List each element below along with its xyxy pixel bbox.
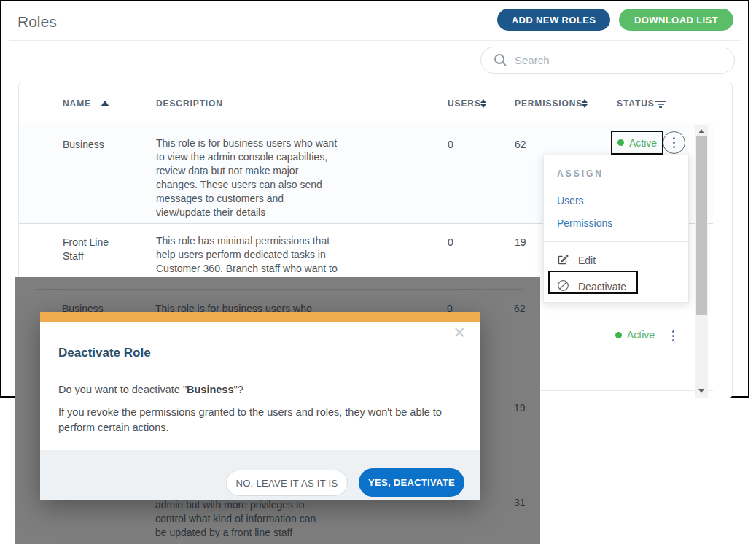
status-label: Active [629, 137, 657, 149]
menu-item-permissions[interactable]: Permissions [557, 217, 612, 229]
status-annotation-box: Active [611, 131, 663, 155]
dimmed-role-permissions: 62 [514, 302, 526, 316]
row-divider [36, 289, 523, 290]
role-users: 0 [448, 138, 453, 152]
column-header-status[interactable]: STATUS [617, 98, 655, 109]
status-label: Active [627, 329, 655, 341]
scroll-down-icon[interactable] [698, 389, 704, 393]
kebab-menu-button[interactable] [672, 330, 674, 341]
dimmed-role-permissions: 31 [514, 496, 526, 510]
deactivate-annotation-box [548, 271, 638, 294]
modal-body-text: If you revoke the permissions granted to… [58, 405, 472, 435]
role-permissions: 62 [515, 138, 526, 152]
role-name: Front Line Staff [63, 236, 132, 263]
search-input[interactable] [515, 47, 726, 73]
status-badge: Active [617, 137, 657, 149]
header-divider [9, 40, 741, 41]
modal-title: Deactivate Role [58, 346, 151, 360]
edit-icon [557, 253, 569, 268]
deactivate-role-modal: × Deactivate Role Do you want to deactiv… [40, 312, 480, 500]
close-icon[interactable]: × [453, 325, 465, 340]
filter-icon[interactable] [655, 101, 666, 108]
page-title: Roles [17, 13, 57, 31]
status-dot [615, 332, 622, 338]
scrollbar-thumb[interactable] [696, 136, 707, 315]
sort-icon[interactable] [480, 99, 486, 108]
menu-item-users[interactable]: Users [557, 195, 584, 206]
modal-footer: NO, LEAVE IT AS IT IS YES, DEACTIVATE [40, 450, 480, 500]
kebab-menu-button[interactable] [663, 131, 685, 154]
column-header-description: DESCRIPTION [156, 98, 223, 109]
menu-item-edit[interactable]: Edit [557, 253, 596, 268]
status-badge: Active [615, 329, 655, 341]
role-permissions: 19 [515, 236, 526, 249]
scroll-up-icon[interactable] [698, 129, 704, 133]
column-header-users[interactable]: USERS [448, 98, 481, 109]
role-users: 0 [448, 236, 453, 249]
dimmed-role-permissions: 19 [514, 401, 526, 415]
cancel-button[interactable]: NO, LEAVE IT AS IT IS [226, 470, 348, 496]
add-new-roles-button[interactable]: ADD NEW ROLES [497, 9, 610, 31]
column-header-permissions[interactable]: PERMISSIONS [515, 98, 582, 109]
sort-asc-icon[interactable] [101, 101, 109, 106]
search-icon [494, 53, 507, 70]
modal-question: Do you want to deactivate "Business"? [58, 384, 243, 395]
menu-divider [544, 241, 688, 242]
context-menu: ASSIGN Users Permissions Edit Deactivate [543, 155, 689, 303]
menu-item-label: Edit [578, 255, 596, 266]
sort-icon[interactable] [582, 99, 588, 108]
role-name-emphasis: Business [187, 384, 233, 395]
status-dot [617, 139, 624, 146]
modal-accent-bar [40, 312, 480, 322]
download-list-button[interactable]: DOWNLOAD LIST [619, 9, 733, 31]
menu-section-label: ASSIGN [557, 168, 604, 179]
role-name: Business [63, 138, 132, 152]
role-description: This role is for business users who want… [156, 136, 340, 220]
dimmed-role-description: admin but with more privileges to contro… [155, 498, 316, 540]
column-header-name[interactable]: NAME [63, 98, 91, 109]
kebab-icon [673, 137, 675, 148]
search-bar[interactable] [480, 47, 735, 74]
confirm-deactivate-button[interactable]: YES, DEACTIVATE [359, 468, 464, 497]
scrollbar[interactable] [695, 125, 708, 398]
